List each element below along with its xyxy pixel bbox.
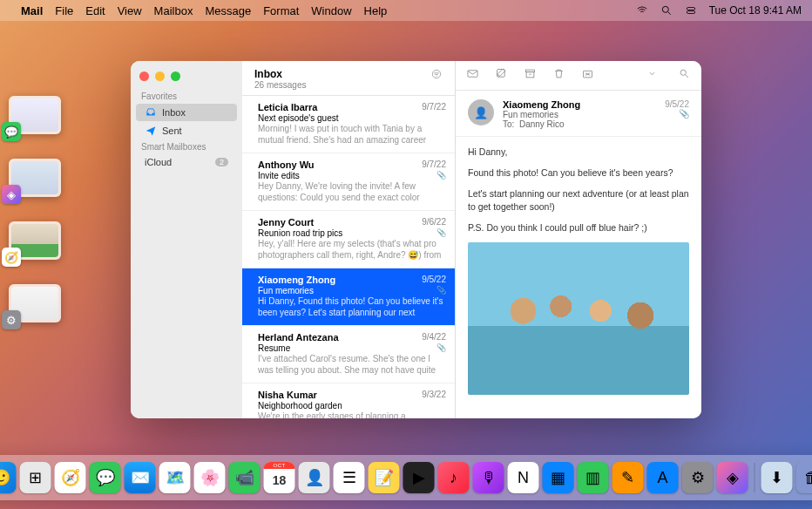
msg-subject: Invite edits bbox=[258, 171, 444, 180]
dock-finder[interactable]: 🙂 bbox=[0, 462, 17, 493]
app-name[interactable]: Mail bbox=[21, 4, 43, 17]
datetime[interactable]: Tue Oct 18 9:41 AM bbox=[709, 4, 802, 17]
svg-point-14 bbox=[680, 70, 686, 75]
dock-podcasts[interactable]: 🎙 bbox=[473, 462, 504, 493]
message-row[interactable]: Nisha Kumar9/3/22Neighborhood gardenWe'r… bbox=[242, 383, 455, 418]
dock-reminders[interactable]: ☰ bbox=[334, 462, 365, 493]
msg-from: Xiaomeng Zhong bbox=[258, 275, 444, 285]
menu-edit[interactable]: Edit bbox=[85, 4, 105, 17]
body-paragraph: Found this photo! Can you believe it's b… bbox=[468, 166, 689, 180]
control-center-icon[interactable] bbox=[685, 4, 697, 17]
msg-from: Anthony Wu bbox=[258, 159, 444, 170]
message-row[interactable]: Leticia Ibarra9/7/22Next episode's guest… bbox=[242, 96, 455, 153]
message-row[interactable]: Xiaomeng Zhong9/5/22📎Fun memoriesHi Dann… bbox=[242, 268, 455, 326]
attachment-icon: 📎 bbox=[436, 171, 446, 180]
dock-numbers[interactable]: ▥ bbox=[578, 462, 609, 493]
compose-button[interactable] bbox=[495, 67, 508, 84]
stage-thumb-settings[interactable]: ⚙ bbox=[9, 284, 61, 322]
zoom-button[interactable] bbox=[171, 71, 180, 81]
stage-thumb-shortcuts[interactable]: ◈ bbox=[9, 159, 61, 197]
reader-date: 9/5/22 bbox=[665, 99, 689, 109]
dock-appstore[interactable]: A bbox=[647, 462, 679, 493]
dock-tv[interactable]: ▶ bbox=[403, 462, 435, 493]
dock-trash[interactable]: 🗑 bbox=[796, 462, 813, 493]
dock-news[interactable]: N bbox=[508, 462, 539, 493]
msg-date: 9/7/22 bbox=[422, 102, 446, 112]
dock-music[interactable]: ♪ bbox=[438, 462, 470, 493]
close-button[interactable] bbox=[139, 71, 149, 81]
dock-contacts[interactable]: 👤 bbox=[299, 462, 330, 493]
safari-icon: 🧭 bbox=[2, 248, 21, 267]
msg-from: Nisha Kumar bbox=[258, 390, 444, 400]
msg-subject: Neighborhood garden bbox=[258, 401, 444, 411]
dock-keynote[interactable]: ▦ bbox=[543, 462, 574, 493]
message-row[interactable]: Jenny Court9/6/22📎Reunion road trip pics… bbox=[242, 211, 455, 268]
stage-thumb-messages[interactable]: 💬 bbox=[9, 96, 61, 134]
wifi-icon[interactable] bbox=[636, 4, 648, 17]
msg-date: 9/4/22 bbox=[422, 332, 446, 342]
reader-to: Danny Rico bbox=[519, 119, 565, 129]
junk-button[interactable] bbox=[581, 67, 594, 84]
svg-rect-3 bbox=[687, 11, 694, 14]
reader-from: Xiaomeng Zhong bbox=[503, 99, 580, 110]
message-count: 26 messages bbox=[254, 80, 306, 90]
sidebar-item-sent[interactable]: Sent bbox=[136, 122, 237, 139]
menu-message[interactable]: Message bbox=[205, 4, 251, 17]
dock-safari[interactable]: 🧭 bbox=[55, 462, 86, 493]
dock-maps[interactable]: 🗺️ bbox=[159, 462, 191, 493]
message-reader: 👤 Xiaomeng Zhong Fun memories To: Danny … bbox=[456, 61, 701, 418]
msg-from: Jenny Court bbox=[258, 217, 444, 227]
to-label: To: bbox=[503, 119, 514, 129]
archive-button[interactable] bbox=[524, 67, 537, 84]
dock-photos[interactable]: 🌸 bbox=[194, 462, 226, 493]
more-button[interactable] bbox=[646, 67, 659, 84]
stage-thumb-safari[interactable]: 🧭 bbox=[9, 221, 61, 260]
spotlight-icon[interactable] bbox=[660, 4, 673, 17]
menu-format[interactable]: Format bbox=[263, 4, 299, 17]
svg-line-1 bbox=[667, 12, 670, 15]
sidebar-header[interactable]: Favorites bbox=[131, 90, 242, 103]
svg-point-4 bbox=[432, 70, 440, 78]
sidebar-header[interactable]: Smart Mailboxes bbox=[131, 140, 242, 153]
attachment-icon: 📎 bbox=[436, 228, 446, 237]
sidebar-section-icloud[interactable]: iCloud2 bbox=[136, 154, 237, 170]
mail-window: FavoritesInboxSentSmart MailboxesiCloud2… bbox=[131, 61, 701, 418]
dock-messages[interactable]: 💬 bbox=[90, 462, 121, 493]
minimize-button[interactable] bbox=[155, 71, 165, 81]
message-row[interactable]: Herland Antezana9/4/22📎ResumeI've attach… bbox=[242, 326, 455, 383]
attached-photo[interactable] bbox=[468, 242, 689, 395]
menu-mailbox[interactable]: Mailbox bbox=[154, 4, 193, 17]
dock-pages[interactable]: ✎ bbox=[612, 462, 644, 493]
dock-separator bbox=[754, 463, 755, 492]
search-button[interactable] bbox=[678, 67, 691, 84]
dock-notes[interactable]: 📝 bbox=[369, 462, 400, 493]
dock-mail[interactable]: ✉️ bbox=[125, 462, 156, 493]
svg-line-15 bbox=[686, 75, 688, 78]
msg-from: Herland Antezana bbox=[258, 332, 444, 343]
menu-help[interactable]: Help bbox=[364, 4, 388, 17]
delete-button[interactable] bbox=[552, 67, 565, 84]
reader-body: Hi Danny,Found this photo! Can you belie… bbox=[456, 137, 701, 418]
reply-button[interactable] bbox=[466, 67, 479, 84]
msg-date: 9/3/22 bbox=[422, 390, 446, 399]
shortcuts-icon: ◈ bbox=[2, 185, 21, 204]
svg-point-0 bbox=[662, 7, 668, 13]
attachment-icon: 📎 bbox=[665, 109, 689, 119]
dock-facetime[interactable]: 📹 bbox=[229, 462, 261, 493]
body-paragraph: Hi Danny, bbox=[468, 146, 689, 159]
dock-settings[interactable]: ⚙ bbox=[682, 462, 714, 493]
dock-downloads[interactable]: ⬇ bbox=[761, 462, 793, 493]
message-row[interactable]: Anthony Wu9/7/22📎Invite editsHey Danny, … bbox=[242, 153, 455, 211]
sidebar-item-inbox[interactable]: Inbox bbox=[136, 104, 237, 121]
filter-button[interactable] bbox=[430, 68, 443, 84]
svg-rect-11 bbox=[526, 72, 534, 78]
menu-view[interactable]: View bbox=[118, 4, 142, 17]
dock-calendar[interactable]: OCT18 bbox=[264, 462, 295, 493]
menu-window[interactable]: Window bbox=[311, 4, 351, 17]
menu-file[interactable]: File bbox=[55, 4, 73, 17]
body-paragraph: P.S. Do you think I could pull off blue … bbox=[468, 221, 689, 235]
dock: 🙂⊞🧭💬✉️🗺️🌸📹OCT18👤☰📝▶♪🎙N▦▥✎A⚙◈⬇🗑 bbox=[0, 455, 812, 500]
msg-from: Leticia Ibarra bbox=[258, 102, 444, 112]
dock-shortcuts[interactable]: ◈ bbox=[717, 462, 748, 493]
dock-launchpad[interactable]: ⊞ bbox=[20, 462, 51, 493]
